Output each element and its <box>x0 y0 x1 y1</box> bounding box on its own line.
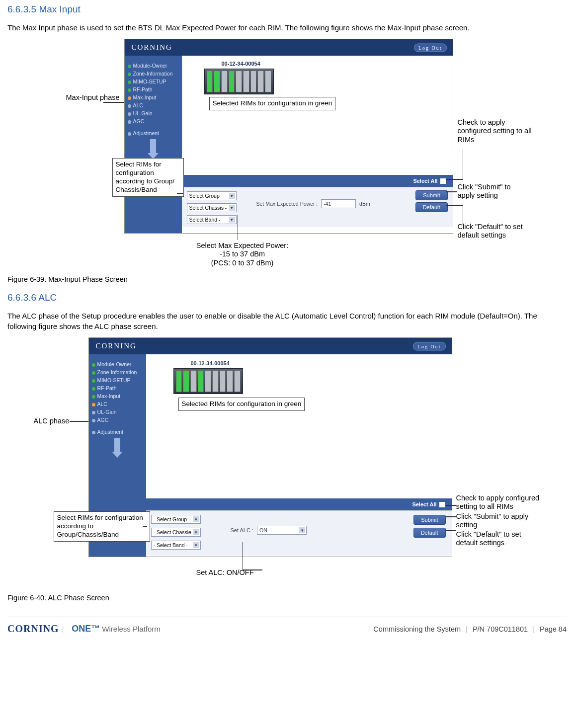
select-all-checkbox[interactable] <box>439 502 445 507</box>
bottom-panel: Select Group▾ Select Chassis -▾ Select B… <box>182 187 453 227</box>
sidebar-item-mimo[interactable]: MIMO-SETUP <box>92 377 143 383</box>
annot-selected-rims: Selected RIMs for configuration in green <box>178 398 305 411</box>
sidebar-item-rf-path[interactable]: RF-Path <box>92 385 143 391</box>
annot-click-default: Click "Default" to set default settings <box>458 223 532 240</box>
select-all-label: Select All <box>412 501 436 507</box>
sidebar-item-ul-gain[interactable]: UL-Gain <box>92 409 143 415</box>
max-power-input[interactable]: -41 <box>321 199 356 208</box>
annot-selected-rims: Selected RIMs for configuration in green <box>209 97 336 110</box>
select-all-bar: Select All <box>146 498 452 510</box>
sidebar-item-rf-path[interactable]: RF-Path <box>128 86 179 92</box>
caption-fig-40: Figure 6-40. ALC Phase Screen <box>7 594 567 602</box>
dropdown-chassis[interactable]: Select Chassis -▾ <box>187 203 237 212</box>
logout-button[interactable]: Log Out <box>413 342 446 350</box>
sidebar-item-mimo[interactable]: MIMO-SETUP <box>128 79 179 84</box>
ui-fig1: CORNING Log Out Module-Owner Zone-Inform… <box>124 39 453 234</box>
sidebar-item-zone-info[interactable]: Zone-Information <box>128 71 179 77</box>
select-all-checkbox[interactable] <box>440 178 446 184</box>
sidebar-item-agc[interactable]: AGC <box>92 417 143 423</box>
dropdown-band[interactable]: Select Band -▾ <box>187 215 237 224</box>
mac-address: 00-12-34-00054 <box>191 360 230 366</box>
alc-label: Set ALC : <box>231 527 253 533</box>
arrow-down-icon <box>114 438 120 453</box>
submit-button[interactable]: Submit <box>413 515 445 525</box>
heading-max-input: 6.6.3.5 Max Input <box>7 4 567 15</box>
rim-chassis[interactable] <box>173 368 243 394</box>
sidebar-item-module-owner[interactable]: Module-Owner <box>128 63 179 69</box>
select-all-label: Select All <box>413 178 437 184</box>
footer-page: Page 84 <box>540 625 567 633</box>
ui-brand: CORNING <box>132 43 172 51</box>
dropdown-group[interactable]: Select Group▾ <box>187 191 237 200</box>
alc-select[interactable]: ON▾ <box>257 526 307 535</box>
footer-brand: CORNING <box>7 623 59 635</box>
submit-button[interactable]: Submit <box>415 190 447 200</box>
caption-fig-39: Figure 6-39. Max-Input Phase Screen <box>7 275 567 283</box>
annot-click-submit: Click "Submit" to apply setting <box>458 183 527 200</box>
sidebar-item-alc[interactable]: ALC <box>128 102 179 108</box>
arrow-down-icon <box>150 139 156 154</box>
annot-click-default: Click "Default" to set default settings <box>456 530 536 548</box>
sidebar-item-ul-gain[interactable]: UL-Gain <box>128 110 179 116</box>
footer-crumb: Commissioning the System <box>373 625 461 633</box>
rim-chassis[interactable] <box>204 69 274 94</box>
annot-check-all: Check to apply configured setting to all… <box>458 118 532 144</box>
sidebar-item-max-input[interactable]: Max-Input <box>92 393 143 399</box>
annot-click-submit: Click "Submit" to apply setting <box>456 512 531 530</box>
sidebar-item-adjustment[interactable]: Adjustment <box>92 429 143 435</box>
sidebar-item-zone-info[interactable]: Zone-Information <box>92 369 143 375</box>
body-max-input: The Max Input phase is used to set the B… <box>7 22 567 33</box>
footer-product: ONE™ <box>72 624 100 634</box>
max-power-unit: dBm <box>359 201 370 207</box>
dropdown-band[interactable]: - Select Band -▾ <box>151 541 201 550</box>
dropdown-group[interactable]: - Select Group -▾ <box>151 515 201 524</box>
body-alc: The ALC phase of the Setup procedure ena… <box>7 311 567 331</box>
heading-alc: 6.6.3.6 ALC <box>7 292 567 303</box>
annot-alc-phase: ALC phase <box>34 417 70 425</box>
sidebar: Module-Owner Zone-Information MIMO-SETUP… <box>125 56 182 233</box>
annot-check-all: Check to apply configured setting to all… <box>456 494 546 511</box>
mac-address: 00-12-34-00054 <box>222 61 260 67</box>
footer-pn: P/N 709C011801 <box>473 625 528 633</box>
ui-brand: CORNING <box>96 342 137 350</box>
max-power-label: Set Max Expected Power : <box>256 201 318 207</box>
logout-button[interactable]: Log Out <box>414 43 447 52</box>
default-button[interactable]: Default <box>413 528 446 538</box>
footer-product-sub: Wireless Platform <box>102 625 161 633</box>
sidebar-item-alc[interactable]: ALC <box>92 401 143 407</box>
figure-40: ALC phase CORNING Log Out Module-Owner Z… <box>39 337 536 591</box>
figure-39: Max-Input phase CORNING Log Out Module-O… <box>39 39 536 272</box>
default-button[interactable]: Default <box>415 202 448 212</box>
bottom-panel: - Select Group -▾ - Select Chassie -▾ - … <box>146 510 452 556</box>
sidebar-item-adjustment[interactable]: Adjustment <box>128 130 179 136</box>
sidebar-item-module-owner[interactable]: Module-Owner <box>92 361 143 367</box>
select-all-bar: Select All <box>182 175 453 187</box>
annot-select-rims: Select RIMs for configuration according … <box>54 511 150 542</box>
annot-max-input-phase: Max-Input phase <box>66 93 120 102</box>
sidebar-item-max-input[interactable]: Max-Input <box>128 94 179 100</box>
annot-select-power: Select Max Expected Power: -15 to 37 dBm… <box>180 242 305 267</box>
annot-select-rims: Select RIMs for configuration according … <box>112 158 184 197</box>
sidebar-item-agc[interactable]: AGC <box>128 118 179 124</box>
dropdown-chassis[interactable]: - Select Chassie -▾ <box>151 528 201 537</box>
page-footer: CORNING | ONE™ Wireless Platform Commiss… <box>7 617 567 642</box>
